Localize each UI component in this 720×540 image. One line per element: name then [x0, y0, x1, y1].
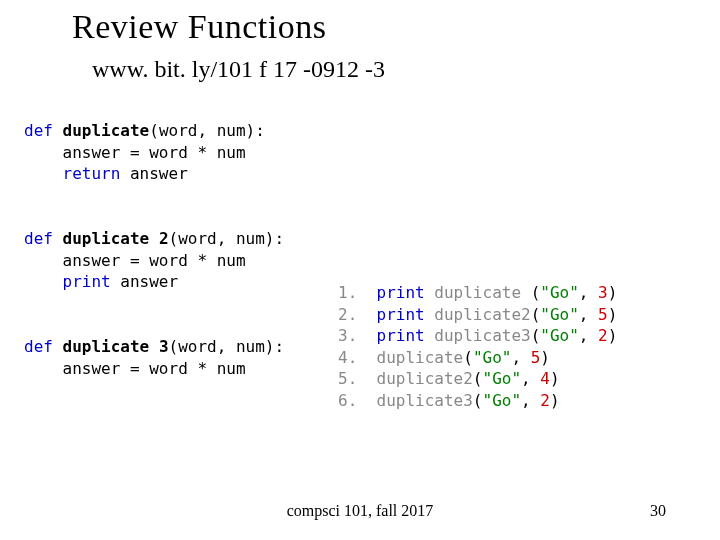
footer-text: compsci 101, fall 2017	[0, 502, 720, 520]
assign-line-2: answer = word * num	[24, 251, 246, 270]
keyword-def: def	[24, 121, 53, 140]
int-literal: 2	[598, 326, 608, 345]
string-literal: "Go"	[483, 369, 522, 388]
call-name: duplicate3	[425, 326, 531, 345]
page-subtitle: www. bit. ly/101 f 17 -0912 -3	[92, 56, 385, 83]
call-name: duplicate3	[377, 391, 473, 410]
list-number: 2.	[338, 305, 377, 324]
keyword-return: return	[63, 164, 121, 183]
print-arg-2: answer	[111, 272, 178, 291]
string-literal: "Go"	[483, 391, 522, 410]
code-block-calls: 1. print duplicate ("Go", 3) 2. print du…	[338, 282, 617, 412]
string-literal: "Go"	[473, 348, 512, 367]
function-name-3: duplicate 3	[63, 337, 169, 356]
list-number: 1.	[338, 283, 377, 302]
call-name: duplicate	[377, 348, 464, 367]
int-literal: 2	[540, 391, 550, 410]
call-name: duplicate2	[425, 305, 531, 324]
int-literal: 3	[598, 283, 608, 302]
signature-1: (word, num):	[149, 121, 265, 140]
keyword-print: print	[63, 272, 111, 291]
list-number: 3.	[338, 326, 377, 345]
keyword-def: def	[24, 229, 53, 248]
page-title: Review Functions	[72, 8, 326, 46]
string-literal: "Go"	[540, 326, 579, 345]
string-literal: "Go"	[540, 283, 579, 302]
keyword-print: print	[377, 326, 425, 345]
call-name: duplicate	[425, 283, 531, 302]
code-block-definitions: def duplicate(word, num): answer = word …	[24, 120, 284, 379]
string-literal: "Go"	[540, 305, 579, 324]
keyword-print: print	[377, 283, 425, 302]
call-name: duplicate2	[377, 369, 473, 388]
list-number: 6.	[338, 391, 377, 410]
assign-line-3: answer = word * num	[24, 359, 246, 378]
int-literal: 5	[598, 305, 608, 324]
keyword-def: def	[24, 337, 53, 356]
list-number: 4.	[338, 348, 377, 367]
slide-number: 30	[650, 502, 666, 520]
signature-3: (word, num):	[169, 337, 285, 356]
function-name-1: duplicate	[63, 121, 150, 140]
signature-2: (word, num):	[169, 229, 285, 248]
keyword-print: print	[377, 305, 425, 324]
return-arg-1: answer	[120, 164, 187, 183]
function-name-2: duplicate 2	[63, 229, 169, 248]
list-number: 5.	[338, 369, 377, 388]
int-literal: 4	[540, 369, 550, 388]
assign-line-1: answer = word * num	[24, 143, 246, 162]
int-literal: 5	[531, 348, 541, 367]
